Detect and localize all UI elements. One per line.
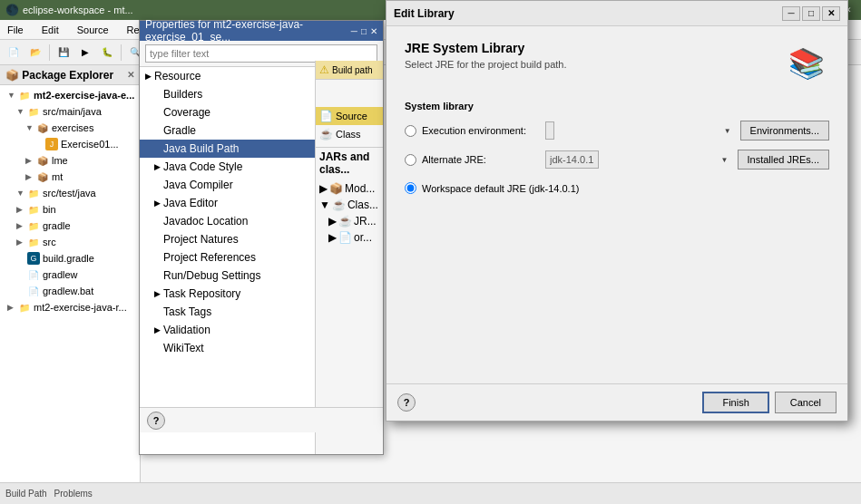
sidebar-item-run-debug[interactable]: Run/Debug Settings <box>140 267 320 285</box>
tree-label: gradle <box>43 220 71 231</box>
expand-arrow: ▶ <box>154 199 163 208</box>
properties-close-btn[interactable]: ✕ <box>370 26 377 36</box>
sidebar-item-javadoc[interactable]: Javadoc Location <box>140 212 320 230</box>
new-btn[interactable]: 📄 <box>4 43 24 63</box>
package-icon: 📦 <box>36 121 49 134</box>
list-item[interactable]: ▶ 📁 mt2-exercise-java-r... <box>0 299 140 315</box>
sidebar-item-project-references[interactable]: Project References <box>140 248 320 267</box>
execution-env-radio[interactable] <box>405 125 416 137</box>
sidebar-item-wikitext[interactable]: WikiText <box>140 339 320 357</box>
list-item[interactable]: ▶ 📄 or... <box>319 229 379 246</box>
execution-env-dropdown-wrapper: ▼ <box>545 121 735 140</box>
props-help-button[interactable]: ? <box>147 412 165 430</box>
list-item[interactable]: ▼ 📁 src/test/java <box>0 185 140 201</box>
filter-input[interactable] <box>145 44 377 63</box>
package-explorer-header: 📦 Package Explorer ✕ <box>0 65 140 85</box>
list-item[interactable]: ▼ 📦 exercises <box>0 120 140 136</box>
edit-library-close-btn[interactable]: ✕ <box>822 6 840 21</box>
edit-library-maximize-btn[interactable]: □ <box>802 6 820 21</box>
menu-file[interactable]: File <box>4 23 27 37</box>
list-item[interactable]: ▼ ☕ Clas... <box>319 197 379 213</box>
list-item[interactable]: ▼ 📁 src/main/java <box>0 103 140 120</box>
edit-library-header: JRE System Library Select JRE for the pr… <box>405 41 829 86</box>
jre-system-library-subtitle: Select JRE for the project build path. <box>405 59 784 70</box>
sidebar-item-java-build-path[interactable]: Java Build Path <box>140 140 320 158</box>
list-item[interactable]: G build.gradle <box>0 250 140 267</box>
edit-library-titlebar: Edit Library ─ □ ✕ <box>386 1 847 26</box>
sidebar-item-label: Validation <box>163 324 210 336</box>
properties-dialog: Properties for mt2-exercise-java-exercis… <box>139 20 384 455</box>
menu-source[interactable]: Source <box>73 23 113 37</box>
alternate-jre-dropdown[interactable]: jdk-14.0.1 <box>545 150 599 169</box>
save-btn[interactable]: 💾 <box>54 43 73 63</box>
menu-edit[interactable]: Edit <box>38 23 63 37</box>
cancel-button[interactable]: Cancel <box>775 392 837 413</box>
project-icon: 📁 <box>18 301 31 314</box>
list-item[interactable]: 📄 gradlew.bat <box>0 283 140 299</box>
list-item[interactable]: ▼ 📁 mt2-exercise-java-e... <box>0 87 140 103</box>
sidebar-item-task-repository[interactable]: ▶ Task Repository <box>140 285 320 303</box>
jar-section-label: JARs and clas... <box>316 147 383 179</box>
sidebar-item-task-tags[interactable]: Task Tags <box>140 303 320 321</box>
list-item[interactable]: ▶ 📁 src <box>0 234 140 250</box>
sidebar-item-java-editor[interactable]: ▶ Java Editor <box>140 194 320 212</box>
debug-btn[interactable]: 🐛 <box>97 43 117 63</box>
warning-icon: ⚠ <box>319 63 329 76</box>
sidebar-item-gradle[interactable]: Gradle <box>140 121 320 140</box>
folder-icon: 📁 <box>27 105 40 118</box>
run-btn[interactable]: ▶ <box>75 43 95 63</box>
expand-arrow: ▶ <box>154 162 163 171</box>
list-item[interactable]: ▶ ☕ JR... <box>319 213 379 229</box>
toolbar-sep-2 <box>121 44 122 61</box>
package-explorer-tree: ▼ 📁 mt2-exercise-java-e... ▼ 📁 src/main/… <box>0 85 140 482</box>
finish-button[interactable]: Finish <box>702 392 768 413</box>
source-tab-indicator: 📄 Source <box>316 107 383 125</box>
sidebar-item-label: Javadoc Location <box>163 215 248 228</box>
alternate-jre-label[interactable]: Alternate JRE: <box>422 154 540 165</box>
execution-env-dropdown[interactable] <box>545 121 554 140</box>
workspace-default-label[interactable]: Workspace default JRE (jdk-14.0.1) <box>422 183 579 194</box>
list-item[interactable]: ▶ 📁 bin <box>0 201 140 218</box>
properties-dialog-titlebar: Properties for mt2-exercise-java-exercis… <box>140 21 383 41</box>
workspace-default-radio[interactable] <box>405 182 416 194</box>
list-item[interactable]: J Exercise01... <box>0 136 140 152</box>
list-item[interactable]: ▶ 📦 lme <box>0 152 140 169</box>
alternate-jre-radio[interactable] <box>405 154 416 166</box>
tree-label: lme <box>52 155 68 166</box>
folder-icon: 📁 <box>27 203 40 216</box>
props-dialog-footer: ? <box>140 407 383 432</box>
sidebar-item-project-natures[interactable]: Project Natures <box>140 230 320 248</box>
edit-library-help-button[interactable]: ? <box>397 393 416 412</box>
properties-maximize-btn[interactable]: □ <box>361 26 367 36</box>
sidebar-item-label: Project References <box>163 251 256 264</box>
tree-label: src/main/java <box>43 106 102 117</box>
execution-env-label[interactable]: Execution environment: <box>422 125 540 136</box>
java-file-icon: J <box>45 138 58 150</box>
tree-label: bin <box>43 204 56 215</box>
sidebar-item-builders[interactable]: Builders <box>140 85 320 103</box>
package-icon: 📦 <box>36 154 49 167</box>
edit-library-minimize-btn[interactable]: ─ <box>782 6 800 21</box>
sidebar-item-coverage[interactable]: Coverage <box>140 103 320 121</box>
open-btn[interactable]: 📂 <box>25 43 45 63</box>
tree-label: exercises <box>52 122 93 133</box>
edit-library-header-text: JRE System Library Select JRE for the pr… <box>405 41 784 70</box>
list-item[interactable]: ▶ 📁 gradle <box>0 218 140 234</box>
source-icon-area: 📄 Source ☕ Class JARs and clas... ▶ 📦 Mo… <box>316 107 383 247</box>
package-explorer-close[interactable]: ✕ <box>127 70 134 80</box>
list-item[interactable]: ▶ 📦 Mod... <box>319 180 379 197</box>
environments-button[interactable]: Environments... <box>740 121 829 141</box>
list-item[interactable]: ▶ 📦 mt <box>0 169 140 185</box>
folder-icon: 📁 <box>27 187 40 199</box>
properties-minimize-btn[interactable]: ─ <box>351 26 357 36</box>
sidebar-item-java-compiler[interactable]: Java Compiler <box>140 176 320 194</box>
sidebar-item-java-code-style[interactable]: ▶ Java Code Style <box>140 158 320 176</box>
list-item[interactable]: 📄 gradlew <box>0 267 140 283</box>
gradle-icon: G <box>27 252 40 265</box>
sidebar-item-resource[interactable]: ▶ Resource <box>140 67 320 85</box>
installed-jres-button[interactable]: Installed JREs... <box>738 150 829 170</box>
sidebar-item-validation[interactable]: ▶ Validation <box>140 321 320 339</box>
source-tab-label[interactable]: Source <box>336 111 367 121</box>
or-icon: 📄 <box>338 231 352 244</box>
class-tab-label[interactable]: Class <box>336 129 361 140</box>
